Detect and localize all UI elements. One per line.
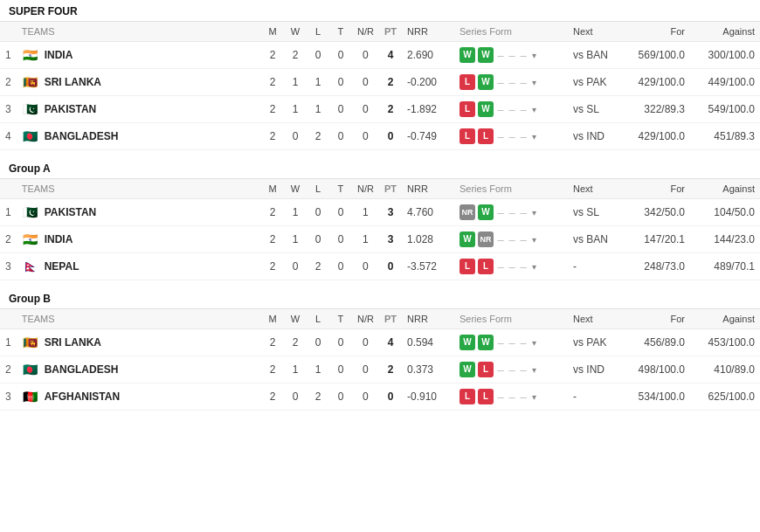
row-against: 144/23.0 — [690, 226, 760, 253]
form-dash: – — [496, 390, 505, 404]
table-row: 1 🇮🇳 INDIA 2200042.690 WW––– ▾ vs BAN569… — [0, 42, 760, 69]
row-form: WW––– ▾ — [454, 329, 568, 356]
row-nrr: -0.200 — [402, 69, 454, 96]
col-header-pos — [0, 309, 17, 329]
form-badge-nr: NR — [478, 231, 494, 247]
row-nrr: -0.910 — [402, 383, 454, 411]
row-against: 449/100.0 — [690, 69, 760, 96]
row-team: 🇧🇩 BANGLADESH — [17, 123, 261, 150]
col-header-m: M — [261, 309, 284, 329]
form-badge-l: L — [459, 128, 475, 144]
row-w: 0 — [284, 123, 307, 150]
table-row: 3 🇳🇵 NEPAL 202000-3.572 LL––– ▾ -248/73.… — [0, 253, 760, 280]
form-badge-w: W — [478, 101, 494, 117]
row-pos: 3 — [0, 96, 17, 123]
row-against: 453/100.0 — [690, 329, 760, 356]
row-form: LL––– ▾ — [454, 123, 568, 150]
form-dash: – — [496, 260, 505, 273]
chevron-down-icon[interactable]: ▾ — [532, 208, 536, 218]
form-badge-w: W — [478, 335, 494, 350]
chevron-down-icon[interactable]: ▾ — [532, 132, 536, 142]
row-against: 549/100.0 — [690, 96, 760, 123]
row-next: - — [568, 253, 620, 280]
row-pos: 2 — [0, 356, 17, 383]
row-l: 1 — [307, 356, 329, 383]
form-badge-l: L — [459, 259, 475, 274]
row-team: 🇱🇰 SRI LANKA — [17, 69, 261, 96]
table-row: 4 🇧🇩 BANGLADESH 202000-0.749 LL––– ▾ vs … — [0, 123, 760, 150]
chevron-down-icon[interactable]: ▾ — [532, 51, 536, 60]
chevron-down-icon[interactable]: ▾ — [532, 262, 536, 272]
table-row: 1 🇱🇰 SRI LANKA 2200040.594 WW––– ▾ vs PA… — [0, 329, 760, 356]
row-l: 2 — [307, 123, 329, 150]
row-for: 569/100.0 — [620, 42, 690, 69]
form-dash: – — [496, 363, 505, 377]
chevron-down-icon[interactable]: ▾ — [532, 338, 536, 348]
row-m: 2 — [261, 253, 284, 280]
form-dash: – — [508, 130, 516, 143]
row-l: 2 — [307, 383, 329, 411]
form-dash: – — [519, 49, 528, 62]
row-form: LL––– ▾ — [454, 253, 568, 280]
row-t: 0 — [329, 123, 352, 150]
col-header-teams: TEAMS — [17, 179, 261, 199]
standings-table: TEAMSMWLTN/RPTNRRSeries FormNextForAgain… — [0, 309, 760, 411]
row-team: 🇱🇰 SRI LANKA — [17, 329, 261, 356]
team-name: PAKISTAN — [45, 206, 97, 218]
chevron-down-icon[interactable]: ▾ — [532, 365, 536, 375]
row-against: 625/100.0 — [690, 383, 760, 411]
row-for: 342/50.0 — [620, 199, 690, 226]
chevron-down-icon[interactable]: ▾ — [532, 392, 536, 402]
col-header-pt: PT — [379, 179, 402, 199]
form-dash: – — [508, 390, 516, 404]
form-dash: – — [508, 76, 516, 89]
row-team: 🇵🇰 PAKISTAN — [17, 96, 261, 123]
col-header-teams: TEAMS — [17, 22, 261, 42]
row-nr: 1 — [352, 199, 379, 226]
form-dash: – — [496, 336, 505, 349]
form-badge-l: L — [459, 74, 475, 90]
form-badge-w: W — [478, 204, 494, 220]
form-dash: – — [519, 130, 528, 143]
chevron-down-icon[interactable]: ▾ — [532, 78, 536, 87]
row-form: NRW––– ▾ — [454, 199, 568, 226]
row-m: 2 — [261, 69, 284, 96]
row-pos: 2 — [0, 226, 17, 253]
row-pos: 3 — [0, 383, 17, 411]
row-against: 451/89.3 — [690, 123, 760, 150]
row-nr: 0 — [352, 123, 379, 150]
row-team: 🇦🇫 AFGHANISTAN — [17, 383, 261, 411]
row-pt: 2 — [379, 356, 402, 383]
team-name: BANGLADESH — [45, 363, 119, 376]
standings-table: TEAMSMWLTN/RPTNRRSeries FormNextForAgain… — [0, 179, 760, 280]
team-flag: 🇮🇳 — [22, 49, 39, 61]
form-badge-l: L — [478, 389, 494, 404]
row-m: 2 — [261, 226, 284, 253]
row-form: WW––– ▾ — [454, 42, 568, 69]
row-next: vs SL — [568, 96, 620, 123]
row-for: 147/20.1 — [620, 226, 690, 253]
chevron-down-icon[interactable]: ▾ — [532, 105, 536, 114]
col-header-for: For — [620, 179, 690, 199]
form-badge-l: L — [478, 128, 494, 144]
row-for: 322/89.3 — [620, 96, 690, 123]
col-header-pos — [0, 22, 17, 42]
form-dash: – — [519, 233, 528, 246]
chevron-down-icon[interactable]: ▾ — [532, 235, 536, 245]
row-nrr: 1.028 — [402, 226, 454, 253]
col-header-nrr: NRR — [402, 179, 454, 199]
row-for: 429/100.0 — [620, 123, 690, 150]
row-pos: 1 — [0, 199, 17, 226]
row-pt: 3 — [379, 226, 402, 253]
row-nrr: 4.760 — [402, 199, 454, 226]
team-flag: 🇧🇩 — [22, 363, 39, 376]
row-pt: 0 — [379, 123, 402, 150]
section-super-four: SUPER FOURTEAMSMWLTN/RPTNRRSeries FormNe… — [0, 0, 760, 150]
team-name: BANGLADESH — [45, 130, 119, 142]
col-header-next: Next — [568, 22, 620, 42]
row-nrr: -1.892 — [402, 96, 454, 123]
col-header-teams: TEAMS — [17, 309, 261, 329]
row-nr: 0 — [352, 96, 379, 123]
col-header-for: For — [620, 22, 690, 42]
form-dash: – — [508, 233, 516, 246]
